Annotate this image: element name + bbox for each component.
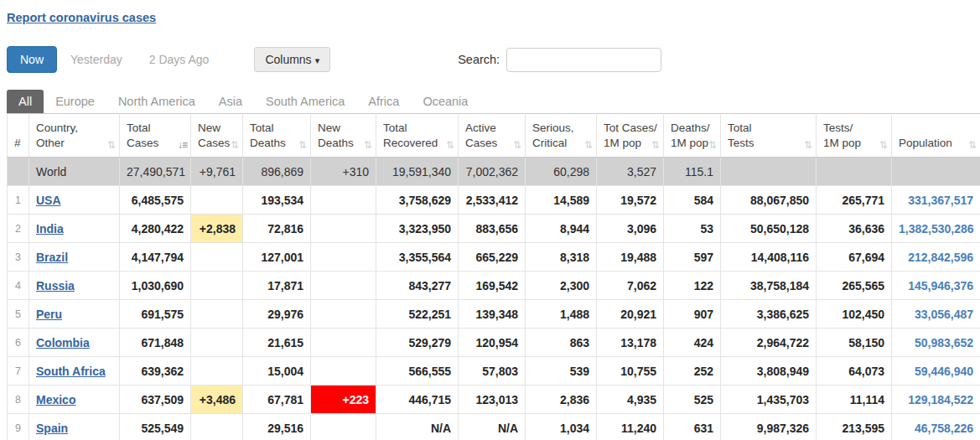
data-cell: 58,150 bbox=[817, 329, 892, 357]
tab-oceania[interactable]: Oceania bbox=[411, 90, 480, 113]
tab-south-america[interactable]: South America bbox=[254, 90, 356, 113]
data-cell bbox=[311, 414, 376, 440]
sort-icon: ⇅ bbox=[231, 139, 239, 151]
data-cell: 10,755 bbox=[597, 357, 664, 386]
column-header-rank: # bbox=[8, 114, 29, 158]
data-cell: 122 bbox=[664, 272, 721, 300]
column-header-total-deaths[interactable]: TotalDeaths⇅ bbox=[243, 114, 311, 158]
population-cell[interactable]: 331,367,517 bbox=[892, 186, 980, 215]
column-header-deaths-1m-pop[interactable]: Deaths/1M pop⇅ bbox=[664, 114, 721, 158]
data-cell: 72,816 bbox=[243, 215, 311, 243]
data-cell: 522,251 bbox=[376, 300, 459, 329]
search-input[interactable] bbox=[506, 48, 661, 72]
population-cell[interactable]: 212,842,596 bbox=[892, 243, 980, 272]
country-link[interactable]: Colombia bbox=[36, 336, 90, 349]
table-row: 4Russia1,030,69017,871843,277169,5422,30… bbox=[8, 272, 980, 300]
rank-cell: 6 bbox=[8, 329, 29, 357]
data-cell: 123,013 bbox=[459, 386, 526, 414]
data-cell: 2,533,412 bbox=[459, 186, 526, 215]
population-cell[interactable]: 50,983,652 bbox=[892, 329, 980, 357]
tab-europe[interactable]: Europe bbox=[44, 90, 106, 113]
data-cell: 60,298 bbox=[526, 158, 597, 186]
country-link[interactable]: South Africa bbox=[36, 365, 106, 378]
data-cell: 7,062 bbox=[597, 272, 664, 300]
column-header-population[interactable]: Population⇅ bbox=[892, 114, 980, 158]
column-header-total-recovered[interactable]: TotalRecovered⇅ bbox=[376, 114, 459, 158]
data-cell bbox=[311, 272, 376, 300]
column-header-active-cases[interactable]: ActiveCases⇅ bbox=[459, 114, 526, 158]
country-link[interactable]: Russia bbox=[36, 279, 75, 292]
data-cell: 11,240 bbox=[597, 414, 664, 440]
data-cell: 631 bbox=[664, 414, 721, 440]
table-row: 9Spain525,54929,516N/AN/A1,03411,2406319… bbox=[8, 414, 980, 440]
data-cell: 1,488 bbox=[526, 300, 597, 329]
data-cell: +223 bbox=[311, 386, 376, 414]
data-cell: 584 bbox=[664, 186, 721, 215]
data-cell: 14,408,116 bbox=[721, 243, 817, 272]
data-cell: 102,450 bbox=[817, 300, 892, 329]
column-header-new-deaths[interactable]: NewDeaths⇅ bbox=[311, 114, 376, 158]
data-cell: 4,147,794 bbox=[120, 243, 191, 272]
columns-dropdown-button[interactable]: Columns▾ bbox=[254, 47, 330, 72]
continent-tabs: AllEuropeNorth AmericaAsiaSouth AmericaA… bbox=[7, 90, 973, 113]
table-row: 2India4,280,422+2,83872,8163,323,950883,… bbox=[8, 215, 980, 243]
country-link[interactable]: USA bbox=[36, 194, 61, 207]
table-row: 5Peru691,57529,976522,251139,3481,48820,… bbox=[8, 300, 980, 329]
data-cell: 597 bbox=[664, 243, 721, 272]
column-header-serious-critical[interactable]: Serious,Critical⇅ bbox=[526, 114, 597, 158]
rank-cell: 2 bbox=[8, 215, 29, 243]
country-link[interactable]: Brazil bbox=[36, 251, 68, 264]
data-cell: 11,114 bbox=[817, 386, 892, 414]
country-link[interactable]: Peru bbox=[36, 308, 62, 321]
data-cell bbox=[191, 357, 243, 386]
column-header-new-cases[interactable]: NewCases⇅ bbox=[191, 114, 243, 158]
population-cell[interactable]: 1,382,530,286 bbox=[892, 215, 980, 243]
data-cell: 67,781 bbox=[243, 386, 311, 414]
data-cell: 525,549 bbox=[120, 414, 191, 440]
column-header-tot-cases-1m-pop[interactable]: Tot Cases/1M pop⇅ bbox=[597, 114, 664, 158]
data-cell: 20,921 bbox=[597, 300, 664, 329]
tab-all[interactable]: All bbox=[7, 90, 44, 113]
time-button-yesterday[interactable]: Yesterday bbox=[57, 46, 136, 73]
data-cell: +2,838 bbox=[191, 215, 243, 243]
population-cell[interactable]: 145,946,376 bbox=[892, 272, 980, 300]
column-header-total-cases[interactable]: TotalCases↓≡ bbox=[120, 114, 191, 158]
country-link[interactable]: Spain bbox=[36, 422, 68, 435]
data-cell: 27,490,571 bbox=[120, 158, 191, 186]
country-link[interactable]: India bbox=[36, 222, 64, 236]
column-header-country-other[interactable]: Country,Other⇅ bbox=[29, 114, 120, 158]
country-cell: India bbox=[29, 215, 120, 243]
table-row: 3Brazil4,147,794127,0013,355,564665,2298… bbox=[8, 243, 980, 272]
sort-icon: ⇅ bbox=[879, 139, 888, 151]
country-cell: Colombia bbox=[29, 329, 120, 357]
rank-cell: 7 bbox=[8, 357, 29, 386]
data-cell: 907 bbox=[664, 300, 721, 329]
column-header-tests-1m-pop[interactable]: Tests/1M pop⇅ bbox=[817, 114, 892, 158]
data-cell: 2,964,722 bbox=[721, 329, 817, 357]
population-cell[interactable]: 129,184,522 bbox=[892, 386, 980, 414]
population-cell[interactable]: 33,056,487 bbox=[892, 300, 980, 329]
country-cell: Peru bbox=[29, 300, 120, 329]
data-cell: 29,516 bbox=[243, 414, 311, 440]
data-cell: 3,527 bbox=[597, 158, 664, 186]
data-cell: 15,004 bbox=[243, 357, 311, 386]
time-button-2-days-ago[interactable]: 2 Days Ago bbox=[136, 46, 223, 73]
data-cell: 671,848 bbox=[120, 329, 191, 357]
chevron-down-icon: ▾ bbox=[315, 55, 320, 65]
tab-africa[interactable]: Africa bbox=[356, 90, 411, 113]
sort-icon: ⇅ bbox=[584, 139, 593, 151]
country-link[interactable]: Mexico bbox=[36, 393, 75, 406]
data-cell bbox=[311, 215, 376, 243]
data-cell: 265,565 bbox=[817, 272, 892, 300]
column-header-label: TotalCases bbox=[127, 121, 184, 152]
population-cell[interactable]: 46,758,226 bbox=[892, 414, 980, 440]
rank-cell: 1 bbox=[8, 186, 29, 215]
report-cases-link[interactable]: Report coronavirus cases bbox=[7, 11, 156, 24]
column-header-total-tests[interactable]: TotalTests⇅ bbox=[721, 114, 817, 158]
tab-north-america[interactable]: North America bbox=[106, 90, 207, 113]
tab-asia[interactable]: Asia bbox=[207, 90, 254, 113]
time-button-now[interactable]: Now bbox=[7, 46, 57, 73]
data-cell: 539 bbox=[526, 357, 597, 386]
coronavirus-table: #Country,Other⇅TotalCases↓≡NewCases⇅Tota… bbox=[7, 113, 980, 440]
population-cell[interactable]: 59,446,940 bbox=[892, 357, 980, 386]
